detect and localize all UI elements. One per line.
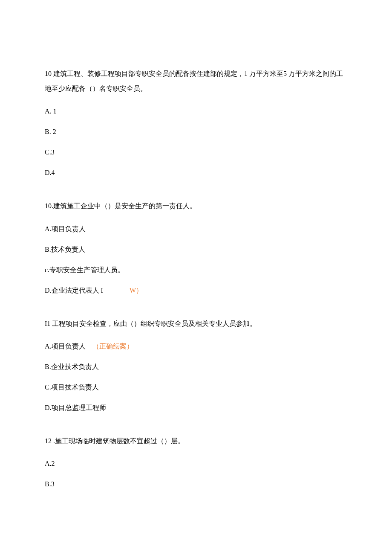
option-d: D.项目总监理工程师 (45, 403, 347, 413)
option-label: D.企业法定代表人 I (45, 287, 103, 294)
option-c: c.专职安全生产管理人员。 (45, 265, 347, 275)
correct-answer-annotation: W） (130, 287, 143, 294)
question-text: 12 .施工现场临时建筑物层数不宜超过（）层。 (45, 433, 347, 448)
option-d: D.企业法定代表人 IW） (45, 285, 347, 296)
option-d: D.4 (45, 168, 347, 178)
option-b: B.企业技术负责人 (45, 362, 347, 372)
option-b: B.技术负责人 (45, 244, 347, 255)
option-b: B.3 (45, 479, 347, 489)
question-text: I1 工程项目安全检查，应由（）组织专职安全员及相关专业人员参加。 (45, 316, 347, 331)
option-c: C.项目技术负责人 (45, 382, 347, 392)
option-b: B. 2 (45, 127, 347, 137)
option-c: C.3 (45, 147, 347, 157)
correct-answer-annotation: （正确纭案） (92, 343, 133, 350)
question-text: 10 建筑工程、装修工程项目部专职安全员的配备按住建部的规定，1 万平方米至5 … (45, 66, 347, 96)
question-block-2: 10.建筑施工企业中（）是安全生产的第一责任人。 A.项目负责人 B.技术负责人… (45, 198, 347, 295)
option-a: A.项目负责人（正确纭案） (45, 341, 347, 352)
question-block-4: 12 .施工现场临时建筑物层数不宜超过（）层。 A.2 B.3 (45, 433, 347, 489)
question-block-3: I1 工程项目安全检查，应由（）组织专职安全员及相关专业人员参加。 A.项目负责… (45, 316, 347, 413)
question-block-1: 10 建筑工程、装修工程项目部专职安全员的配备按住建部的规定，1 万平方米至5 … (45, 66, 347, 178)
question-text: 10.建筑施工企业中（）是安全生产的第一责任人。 (45, 198, 347, 213)
option-a: A.2 (45, 459, 347, 469)
option-a: A. 1 (45, 106, 347, 116)
option-label: A.项目负责人 (45, 343, 86, 350)
option-a: A.项目负责人 (45, 224, 347, 234)
